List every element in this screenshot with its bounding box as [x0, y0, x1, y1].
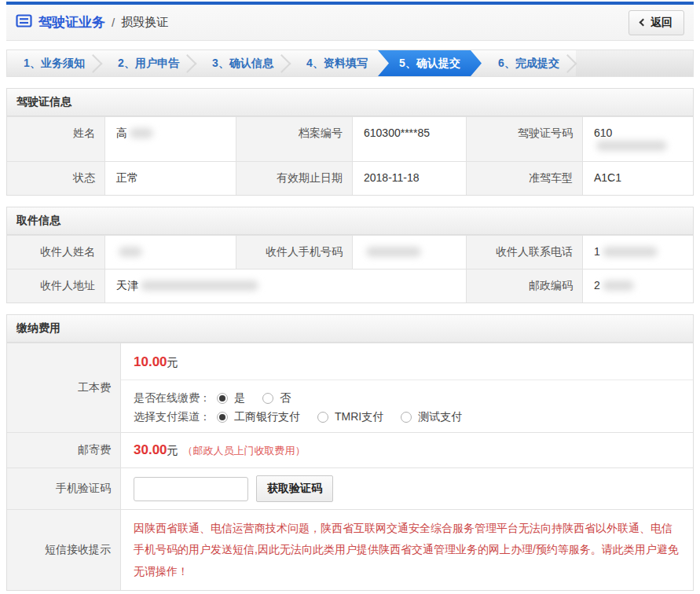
radio-channel-icbc-label[interactable]: 工商银行支付 [234, 410, 300, 424]
sms-code-cell: 获取验证码 [121, 468, 693, 509]
breadcrumb-separator: / [112, 16, 115, 29]
name-value: 高 [105, 117, 236, 161]
redacted-value-blur [130, 128, 153, 138]
breadcrumb: 驾驶证业务 / 损毁换证 [16, 13, 168, 31]
page: 驾驶证业务 / 损毁换证 返回 1、业务须知 2、用户申告 3、确认信息 4、资… [6, 0, 694, 594]
mail-fee-amount: 30.00 [134, 442, 167, 457]
step-6-complete-submit[interactable]: 6、完成提交 [482, 50, 576, 76]
work-fee-cell: 10.00元 是否在线缴费： 是 否 选择支付渠道： 工商银行支付 [121, 343, 693, 432]
radio-channel-test-label[interactable]: 测试支付 [418, 410, 462, 424]
work-fee-amount-line: 10.00元 [121, 343, 693, 380]
radio-channel-tmri[interactable] [317, 412, 328, 423]
license-info-section: 驾驶证信息 姓名 高 档案编号 610300****85 驾驶证号码 610 状… [6, 88, 694, 196]
sms-tip-label: 短信接收提示 [7, 510, 121, 590]
table-row: 收件人地址 天津 邮政编码 2 [7, 269, 693, 302]
radio-channel-test[interactable] [401, 412, 412, 423]
table-row: 状态 正常 有效期止日期 2018-11-18 准驾车型 A1C1 [7, 161, 693, 195]
recipient-mobile-value [353, 236, 467, 269]
mail-fee-label: 邮寄费 [7, 433, 121, 468]
status-label: 状态 [7, 162, 105, 195]
radio-channel-tmri-label[interactable]: TMRI支付 [335, 410, 383, 424]
get-code-button[interactable]: 获取验证码 [256, 475, 333, 502]
work-fee-amount: 10.00 [134, 354, 167, 369]
expiry-label: 有效期止日期 [236, 162, 353, 195]
sms-tip-row: 短信接收提示 因陕西省联通、电信运营商技术问题，陕西省互联网交通安全综合服务管理… [7, 509, 693, 590]
radio-online-yes[interactable] [217, 393, 228, 404]
vehicle-type-label: 准驾车型 [467, 162, 583, 195]
radio-online-no-label[interactable]: 否 [280, 391, 291, 405]
payment-options: 是否在线缴费： 是 否 选择支付渠道： 工商银行支付 TMRI支付 测试支付 [121, 380, 693, 432]
recipient-address-value: 天津 [105, 270, 467, 302]
sms-code-row: 手机验证码 获取验证码 [7, 468, 693, 509]
work-fee-label: 工本费 [7, 343, 121, 432]
mail-fee-cell: 30.00元（邮政人员上门收取费用） [121, 433, 693, 468]
online-pay-question: 是否在线缴费： [134, 391, 211, 405]
step-progress-bar: 1、业务须知 2、用户申告 3、确认信息 4、资料填写 5、确认提交 6、完成提… [6, 50, 694, 77]
step-5-confirm-submit-active[interactable]: 5、确认提交 [378, 50, 482, 76]
mail-fee-row: 邮寄费 30.00元（邮政人员上门收取费用） [7, 432, 693, 468]
page-title: 损毁换证 [121, 15, 168, 30]
license-section-title: 驾驶证信息 [7, 89, 693, 116]
pickup-info-section: 取件信息 收件人姓名 收件人手机号码 收件人联系电话 1 收件人地址 天津 邮政… [6, 207, 694, 303]
back-button-label: 返回 [651, 16, 673, 30]
mail-fee-note: （邮政人员上门收取费用） [183, 445, 306, 456]
pay-channel-line: 选择支付渠道： 工商银行支付 TMRI支付 测试支付 [134, 410, 680, 424]
recipient-address-label: 收件人地址 [7, 270, 105, 302]
radio-online-yes-label[interactable]: 是 [234, 391, 245, 405]
postcode-value: 2 [583, 270, 693, 302]
work-fee-row: 工本费 10.00元 是否在线缴费： 是 否 选择支付渠道： [7, 343, 693, 432]
name-label: 姓名 [7, 117, 105, 161]
fees-section: 缴纳费用 工本费 10.00元 是否在线缴费： 是 否 选择支付渠道： [6, 314, 694, 591]
mail-fee-unit: 元 [167, 444, 178, 456]
header-bar: 驾驶证业务 / 损毁换证 返回 [6, 2, 694, 41]
redacted-value-blur [596, 141, 667, 151]
sms-code-label: 手机验证码 [7, 468, 121, 509]
step-bar-filler [576, 50, 693, 76]
list-form-icon [16, 14, 32, 31]
recipient-phone-label: 收件人联系电话 [467, 236, 583, 269]
postcode-label: 邮政编码 [467, 270, 583, 302]
status-value: 正常 [105, 162, 236, 195]
file-no-label: 档案编号 [236, 117, 353, 161]
redacted-value-blur [366, 247, 421, 257]
redacted-value-blur [603, 247, 658, 257]
work-fee-unit: 元 [167, 356, 178, 368]
radio-online-no[interactable] [262, 393, 273, 404]
back-button[interactable]: 返回 [629, 10, 684, 35]
online-pay-line: 是否在线缴费： 是 否 [134, 391, 680, 405]
step-1-business-notice[interactable]: 1、业务须知 [7, 50, 101, 76]
table-row: 收件人姓名 收件人手机号码 收件人联系电话 1 [7, 235, 693, 269]
sms-tip-text: 因陕西省联通、电信运营商技术问题，陕西省互联网交通安全综合服务管理平台无法向持陕… [121, 510, 693, 590]
recipient-phone-value: 1 [583, 236, 693, 269]
file-no-value: 610300****85 [353, 117, 467, 161]
step-3-confirm-info[interactable]: 3、确认信息 [196, 50, 290, 76]
pickup-section-title: 取件信息 [7, 207, 693, 235]
vehicle-type-value: A1C1 [583, 162, 693, 195]
license-no-label: 驾驶证号码 [467, 117, 583, 161]
step-2-user-declaration[interactable]: 2、用户申告 [101, 50, 196, 76]
fees-section-title: 缴纳费用 [7, 315, 693, 343]
redacted-value-blur [141, 280, 258, 291]
step-4-fill-data[interactable]: 4、资料填写 [290, 50, 384, 76]
radio-channel-icbc[interactable] [217, 412, 228, 423]
app-title: 驾驶证业务 [38, 13, 105, 31]
chevron-left-icon [640, 19, 647, 27]
table-row: 姓名 高 档案编号 610300****85 驾驶证号码 610 [7, 116, 693, 161]
recipient-mobile-label: 收件人手机号码 [236, 236, 353, 269]
redacted-value-blur [119, 247, 142, 257]
redacted-value-blur [603, 280, 634, 291]
license-no-value: 610 [583, 117, 693, 161]
expiry-value: 2018-11-18 [353, 162, 467, 195]
sms-code-input[interactable] [134, 477, 248, 501]
recipient-name-value [105, 236, 236, 269]
recipient-name-label: 收件人姓名 [7, 236, 105, 269]
pay-channel-question: 选择支付渠道： [134, 410, 211, 424]
